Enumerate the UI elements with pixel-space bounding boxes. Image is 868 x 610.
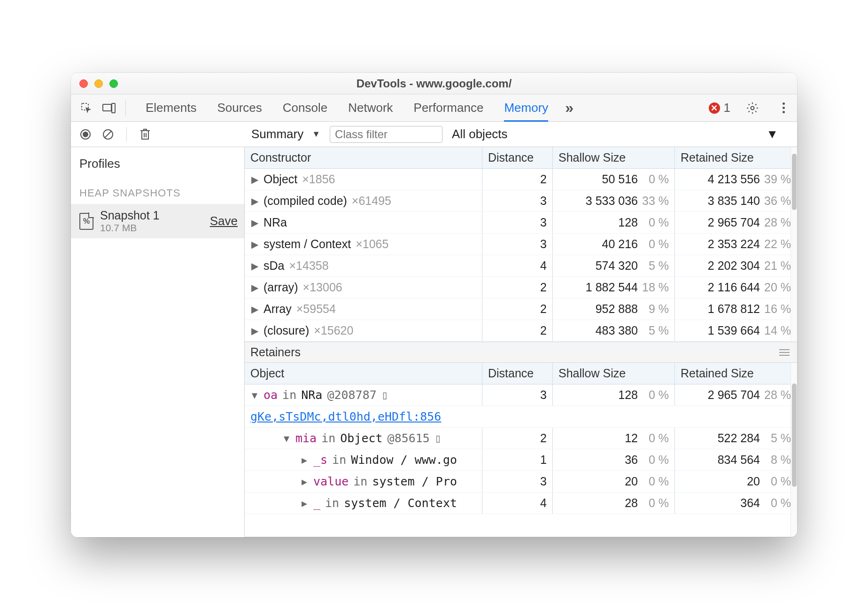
view-dropdown[interactable]: Summary ▼: [251, 127, 320, 141]
instance-count: ×59554: [296, 302, 336, 316]
expand-icon[interactable]: [300, 498, 309, 509]
tab-elements[interactable]: Elements: [146, 94, 196, 122]
expand-icon[interactable]: [300, 476, 309, 487]
constructor-table-header: Constructor Distance Shallow Size Retain…: [245, 147, 797, 169]
table-row[interactable]: Object ×1856250 5160 %4 213 55639 %: [245, 169, 797, 190]
tab-strip: Elements Sources Console Network Perform…: [71, 94, 797, 122]
col-shallow[interactable]: Shallow Size: [553, 363, 675, 384]
panel-menu-icon[interactable]: [779, 349, 790, 356]
table-row[interactable]: _s in Window / www.go1360 %834 5648 %: [245, 449, 797, 471]
retainer-type: Object: [340, 431, 382, 445]
kebab-menu-icon[interactable]: [775, 99, 792, 117]
shallow-size: 128: [558, 388, 638, 402]
expand-icon[interactable]: [250, 282, 259, 293]
settings-icon[interactable]: [744, 99, 761, 117]
expand-icon[interactable]: [250, 390, 259, 401]
constructor-name: NRa: [264, 216, 287, 229]
table-row[interactable]: _ in system / Context4280 %3640 %: [245, 493, 797, 514]
scrollbar[interactable]: [790, 363, 797, 537]
profiles-sidebar: Profiles HEAP SNAPSHOTS Snapshot 1 10.7 …: [71, 147, 245, 537]
col-shallow[interactable]: Shallow Size: [553, 147, 675, 168]
retained-size: 522 284: [681, 431, 760, 445]
retained-pct: 20 %: [760, 281, 791, 294]
sidebar-title: Profiles: [71, 156, 244, 171]
source-link[interactable]: gKe,sTsDMc,dtl0hd,eHDfl:856: [250, 410, 441, 423]
table-row[interactable]: sDa ×143584574 3205 %2 202 30421 %: [245, 255, 797, 277]
distance-value: 2: [540, 172, 547, 186]
error-icon: ✕: [709, 102, 720, 114]
memory-action-bar: Summary ▼ All objects ▼: [71, 122, 797, 147]
table-row[interactable]: oa in NRa @208787 ▯31280 %2 965 70428 %: [245, 384, 797, 406]
col-retained[interactable]: Retained Size: [675, 363, 797, 384]
scope-dropdown[interactable]: All objects: [452, 127, 508, 141]
tab-console[interactable]: Console: [283, 94, 327, 122]
save-snapshot-link[interactable]: Save: [210, 214, 238, 228]
col-object[interactable]: Object: [245, 363, 482, 384]
retainer-ref: @85615: [388, 431, 430, 445]
table-row[interactable]: (array) ×1300621 882 54418 %2 116 64420 …: [245, 277, 797, 298]
svg-rect-1: [103, 104, 111, 111]
shallow-size: 40 216: [558, 237, 638, 251]
tab-performance[interactable]: Performance: [414, 94, 484, 122]
expand-icon[interactable]: [300, 454, 309, 466]
snapshot-item[interactable]: Snapshot 1 10.7 MB Save: [71, 204, 244, 238]
tab-network[interactable]: Network: [348, 94, 393, 122]
main-split: Profiles HEAP SNAPSHOTS Snapshot 1 10.7 …: [71, 147, 797, 537]
expand-icon[interactable]: [250, 325, 259, 336]
expand-icon[interactable]: [250, 304, 259, 315]
table-row[interactable]: Array ×595542952 8889 %1 678 81216 %: [245, 298, 797, 320]
table-row[interactable]: (compiled code) ×6149533 533 03633 %3 83…: [245, 190, 797, 212]
tab-memory[interactable]: Memory: [504, 94, 548, 122]
col-constructor[interactable]: Constructor: [245, 147, 482, 168]
retained-pct: 28 %: [760, 388, 791, 402]
class-filter-input[interactable]: [330, 126, 442, 143]
table-row[interactable]: mia in Object @85615 ▯2120 %522 2845 %: [245, 428, 797, 449]
constructor-name: (compiled code): [264, 194, 347, 208]
shallow-size: 1 882 544: [558, 281, 638, 294]
shallow-pct: 18 %: [638, 281, 669, 294]
retained-size: 1 678 812: [681, 302, 760, 316]
col-distance[interactable]: Distance: [482, 363, 553, 384]
distance-value: 2: [540, 431, 547, 445]
inspect-element-icon[interactable]: [78, 99, 95, 117]
error-count-badge[interactable]: ✕ 1: [709, 101, 730, 115]
table-row[interactable]: system / Context ×1065340 2160 %2 353 22…: [245, 234, 797, 255]
retained-size: 3 835 140: [681, 194, 760, 208]
source-link-row[interactable]: gKe,sTsDMc,dtl0hd,eHDfl:856: [245, 406, 797, 428]
shallow-pct: 0 %: [638, 237, 669, 251]
table-row[interactable]: NRa31280 %2 965 70428 %: [245, 212, 797, 234]
expand-icon[interactable]: [250, 260, 259, 272]
tab-sources[interactable]: Sources: [217, 94, 262, 122]
table-row[interactable]: (closure) ×156202483 3805 %1 539 66414 %: [245, 320, 797, 342]
in-keyword: in: [332, 453, 346, 467]
col-retained[interactable]: Retained Size: [675, 147, 797, 168]
expand-icon[interactable]: [282, 433, 291, 444]
retainers-table-header: Object Distance Shallow Size Retained Si…: [245, 363, 797, 384]
expand-icon[interactable]: [250, 239, 259, 250]
in-keyword: in: [282, 388, 296, 402]
chevron-down-icon[interactable]: ▼: [766, 127, 778, 141]
retained-size: 2 965 704: [681, 388, 760, 402]
retained-size: 834 564: [681, 453, 760, 467]
retained-size: 2 353 224: [681, 237, 760, 251]
retained-size: 20: [681, 475, 760, 488]
scrollbar[interactable]: [790, 147, 797, 342]
col-distance[interactable]: Distance: [482, 147, 553, 168]
more-tabs-button[interactable]: »: [565, 99, 574, 117]
trash-icon[interactable]: [138, 127, 152, 141]
constructor-name: Array: [264, 302, 292, 316]
clear-icon[interactable]: [101, 127, 115, 141]
device-toolbar-icon[interactable]: [100, 99, 118, 117]
record-icon[interactable]: [78, 127, 93, 141]
in-keyword: in: [353, 475, 367, 488]
error-count: 1: [724, 101, 730, 115]
expand-icon[interactable]: [250, 196, 259, 207]
table-row[interactable]: value in system / Pro3200 %200 %: [245, 471, 797, 493]
retainer-var: value: [313, 475, 349, 488]
expand-icon[interactable]: [250, 217, 259, 228]
in-keyword: in: [321, 431, 335, 445]
constructor-name: (array): [264, 281, 298, 294]
constructor-name: (closure): [264, 324, 309, 337]
svg-line-7: [105, 131, 111, 138]
expand-icon[interactable]: [250, 174, 259, 185]
